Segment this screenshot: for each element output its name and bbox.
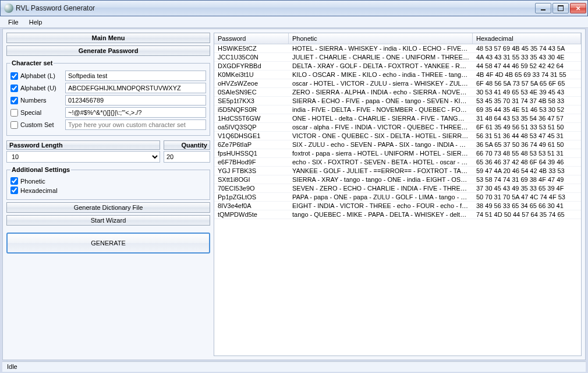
table-row[interactable]: tQMPDWd5tetango - QUEBEC - MIKE - PAPA -…	[214, 210, 581, 219]
table-row[interactable]: e6F7BHod9Fecho - SIX - FOXTROT - SEVEN -…	[214, 158, 581, 167]
additional-settings-legend: Additional Settings	[10, 166, 71, 173]
cell-password: SE5p1t7KX3	[214, 97, 289, 105]
cell-password: i5D5NQFS0R	[214, 105, 289, 114]
menu-file[interactable]: File	[3, 17, 23, 27]
cell-hex: 74 51 4D 50 44 57 64 35 74 65	[473, 210, 581, 219]
cell-phonetic: foxtrot - papa - sierra - HOTEL - UNIFOR…	[289, 149, 473, 157]
charset-text-special: Special	[20, 109, 41, 116]
start-wizard-button[interactable]: Start Wizard	[6, 215, 210, 226]
cell-hex: 59 47 4A 20 46 54 42 4B 33 53	[473, 167, 581, 175]
results-rows: HSWiKE5tCZHOTEL - SIERRA - WHISKEY - ind…	[214, 44, 581, 356]
cell-phonetic: JULIET - CHARLIE - CHARLIE - ONE - UNIFO…	[289, 53, 473, 61]
generate-password-button[interactable]: Generate Password	[6, 45, 210, 56]
password-length-select[interactable]: 10	[6, 151, 160, 163]
client-area: Main Menu Generate Password Character se…	[2, 29, 586, 360]
charset-row-custom-set: Custom Set	[10, 119, 206, 130]
cell-password: tQMPDWd5te	[214, 210, 289, 219]
table-row[interactable]: SE5p1t7KX3SIERRA - ECHO - FIVE - papa - …	[214, 97, 581, 105]
cell-phonetic: KILO - OSCAR - MIKE - KILO - echo - indi…	[289, 71, 473, 79]
col-hexadecimal[interactable]: Hexadecimal	[473, 33, 581, 44]
charset-row-alphabet-lower: Alphabet (L)	[10, 71, 206, 81]
cell-password: e6F7BHod9F	[214, 158, 289, 166]
table-row[interactable]: 0SAIeSN9ECZERO - SIERRA - ALPHA - INDIA …	[214, 88, 581, 97]
menu-help[interactable]: Help	[24, 17, 47, 27]
cell-phonetic: VICTOR - ONE - QUEBEC - SIX - DELTA - HO…	[289, 132, 473, 140]
main-menu-button[interactable]: Main Menu	[6, 33, 210, 43]
charset-checkbox-alphabet-lower[interactable]	[10, 72, 18, 80]
cell-password: YGJ FTBK3S	[214, 167, 289, 175]
status-bar: Idle	[2, 361, 586, 372]
maximize-button[interactable]	[552, 3, 569, 13]
table-row[interactable]: DXGDFYRBBdDELTA - XRAY - GOLF - DELTA - …	[214, 62, 581, 71]
left-panel: Main Menu Generate Password Character se…	[6, 33, 210, 356]
cell-hex: 31 48 64 43 53 35 54 36 47 57	[473, 114, 581, 122]
close-button[interactable]	[570, 3, 586, 13]
cell-password: DXGDFYRBBd	[214, 62, 289, 70]
cell-password: 70ECI53e9O	[214, 184, 289, 192]
table-row[interactable]: oHVZsWZeoeoscar - HOTEL - VICTOR - ZULU …	[214, 79, 581, 88]
cell-hex: 36 5A 65 37 50 36 74 49 61 50	[473, 140, 581, 149]
table-row[interactable]: 1HdCS5T6GWONE - HOTEL - delta - CHARLIE …	[214, 114, 581, 123]
menu-bar: File Help	[0, 16, 588, 28]
table-row[interactable]: oa5IVQ3SQPoscar - alpha - FIVE - INDIA -…	[214, 123, 581, 132]
charset-input-custom-set[interactable]	[65, 119, 206, 130]
cell-hex: 30 53 41 49 65 53 4E 39 45 43	[473, 88, 581, 96]
cell-password: SXtt1i8OGI	[214, 175, 289, 184]
cell-password: oHVZsWZeoe	[214, 79, 289, 87]
table-row[interactable]: Pp1pZGLtOSPAPA - papa - ONE - papa - ZUL…	[214, 193, 581, 202]
charset-input-numbers[interactable]	[65, 95, 206, 105]
cell-hex: 6F 61 35 49 56 51 33 53 51 50	[473, 123, 581, 131]
charset-text-alphabet-upper: Alphabet (U)	[20, 85, 56, 92]
phonetic-label: Phonetic	[20, 178, 45, 185]
cell-hex: 53 58 74 74 31 69 38 4F 47 49	[473, 175, 581, 184]
col-phonetic[interactable]: Phonetic	[289, 33, 473, 44]
charset-input-alphabet-upper[interactable]	[65, 83, 206, 93]
cell-hex: 44 58 47 44 46 59 52 42 42 64	[473, 62, 581, 70]
phonetic-checkbox[interactable]	[10, 177, 18, 185]
cell-phonetic: SIX - ZULU - echo - SEVEN - PAPA - SIX -…	[289, 140, 473, 149]
charset-checkbox-alphabet-upper[interactable]	[10, 85, 18, 92]
generate-button[interactable]: GENERATE	[6, 233, 210, 254]
charset-checkbox-special[interactable]	[10, 109, 18, 117]
cell-phonetic: oscar - alpha - FIVE - INDIA - VICTOR - …	[289, 123, 473, 131]
table-row[interactable]: i5D5NQFS0Rindia - FIVE - DELTA - FIVE - …	[214, 105, 581, 114]
table-row[interactable]: 70ECI53e9OSEVEN - ZERO - ECHO - CHARLIE …	[214, 184, 581, 193]
quantity-input[interactable]	[164, 151, 210, 163]
cell-hex: 50 70 31 70 5A 47 4C 74 4F 53	[473, 193, 581, 201]
hex-checkbox[interactable]	[10, 186, 18, 194]
character-set-group: Character set Alphabet (L)Alphabet (U)Nu…	[6, 59, 210, 136]
phonetic-option: Phonetic	[10, 177, 63, 185]
cell-password: fpsHUHSSQ1	[214, 149, 289, 157]
table-row[interactable]: 6Ze7P6tIaPSIX - ZULU - echo - SEVEN - PA…	[214, 140, 581, 149]
cell-password: V1Q6DHSGE1	[214, 132, 289, 140]
table-row[interactable]: JCC1U35C0NJULIET - CHARLIE - CHARLIE - O…	[214, 53, 581, 62]
table-row[interactable]: YGJ FTBK3SYANKEE - GOLF - JULIET - ==ERR…	[214, 167, 581, 175]
cell-password: 6Ze7P6tIaP	[214, 140, 289, 149]
charset-input-alphabet-lower[interactable]	[65, 71, 206, 81]
charset-row-alphabet-upper: Alphabet (U)	[10, 83, 206, 93]
charset-text-custom-set: Custom Set	[20, 121, 54, 128]
table-row[interactable]: fpsHUHSSQ1foxtrot - papa - sierra - HOTE…	[214, 149, 581, 158]
table-row[interactable]: HSWiKE5tCZHOTEL - SIERRA - WHISKEY - ind…	[214, 44, 581, 53]
col-password[interactable]: Password	[214, 33, 289, 44]
cell-hex: 65 36 46 37 42 48 6F 64 39 46	[473, 158, 581, 166]
table-row[interactable]: SXtt1i8OGISIERRA - XRAY - tango - tango …	[214, 175, 581, 184]
cell-password: JCC1U35C0N	[214, 53, 289, 61]
cell-phonetic: SIERRA - ECHO - FIVE - papa - ONE - tang…	[289, 97, 473, 105]
generate-dictionary-button[interactable]: Generate Dictionary File	[6, 202, 210, 213]
cell-phonetic: ONE - HOTEL - delta - CHARLIE - SIERRA -…	[289, 114, 473, 122]
cell-phonetic: YANKEE - GOLF - JULIET - ==ERROR== - FOX…	[289, 167, 473, 175]
charset-label-alphabet-lower: Alphabet (L)	[10, 72, 63, 80]
table-row[interactable]: 8IV3e4ef0AEIGHT - INDIA - VICTOR - THREE…	[214, 202, 581, 210]
table-row[interactable]: K0MKei3t1UKILO - OSCAR - MIKE - KILO - e…	[214, 71, 581, 79]
quantity-label: Quantity	[164, 140, 210, 150]
charset-input-special[interactable]	[65, 107, 206, 118]
charset-checkbox-custom-set[interactable]	[10, 121, 18, 129]
results-header: Password Phonetic Hexadecimal	[214, 33, 581, 44]
charset-label-alphabet-upper: Alphabet (U)	[10, 85, 63, 92]
character-set-legend: Character set	[10, 59, 54, 66]
table-row[interactable]: V1Q6DHSGE1VICTOR - ONE - QUEBEC - SIX - …	[214, 132, 581, 140]
charset-row-numbers: Numbers	[10, 95, 206, 105]
minimize-button[interactable]	[535, 3, 551, 13]
charset-checkbox-numbers[interactable]	[10, 97, 18, 104]
